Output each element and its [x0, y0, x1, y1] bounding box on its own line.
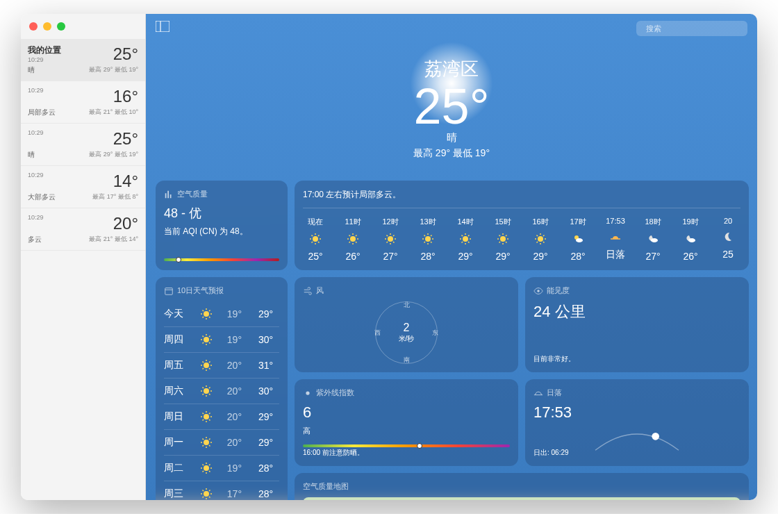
location-item[interactable]: 10:2925°晴最高 29° 最低 19°	[21, 124, 145, 166]
daily-row[interactable]: 周日20°29°	[164, 404, 279, 430]
svg-point-73	[651, 238, 658, 242]
loc-time: 10:29	[28, 56, 61, 63]
hour-label: 现在	[308, 217, 323, 227]
search-field[interactable]	[636, 21, 747, 36]
daily-list: 今天19°29°周四19°30°周五20°31°周六20°30°周日20°29°…	[164, 301, 279, 500]
hour-label: 18时	[645, 217, 661, 227]
uv-value: 6	[303, 404, 510, 422]
minimize-button[interactable]	[43, 22, 51, 31]
day-name: 今天	[164, 308, 192, 320]
search-input[interactable]	[646, 24, 742, 33]
hour-temp: 29°	[458, 251, 472, 262]
location-item[interactable]: 10:2916°局部多云最高 21° 最低 10°	[21, 81, 145, 124]
hour-label: 11时	[345, 217, 361, 227]
hourly-item: 14时29°	[453, 217, 478, 262]
svg-line-60	[506, 235, 507, 237]
visibility-card[interactable]: 能见度 24 公里 目前非常好。	[525, 277, 749, 372]
sidebar-toggle-icon[interactable]	[156, 21, 169, 32]
uv-title: 紫外线指数	[316, 388, 354, 398]
location-item[interactable]: 我的位置10:2925°晴最高 29° 最低 19°	[21, 39, 145, 81]
daily-row[interactable]: 周一20°29°	[164, 430, 279, 456]
weather-icon	[200, 462, 213, 474]
aqi-scale-bar	[164, 258, 279, 261]
day-high: 29°	[258, 308, 279, 319]
svg-point-52	[500, 236, 506, 242]
aqi-value: 48 - 优	[164, 205, 279, 222]
svg-point-34	[425, 236, 431, 242]
svg-line-100	[203, 362, 204, 363]
weather-icon	[347, 233, 359, 245]
loc-temp: 20°	[113, 214, 138, 233]
day-high: 29°	[258, 411, 279, 422]
svg-line-69	[543, 235, 545, 237]
svg-line-68	[537, 242, 538, 243]
svg-point-122	[204, 440, 209, 445]
svg-point-113	[204, 414, 209, 419]
svg-line-129	[203, 445, 204, 447]
svg-line-21	[349, 235, 351, 237]
daily-row[interactable]: 周六20°30°	[164, 379, 279, 404]
hour-temp: 25°	[308, 251, 322, 262]
weather-icon	[722, 231, 734, 243]
weather-icon	[200, 436, 213, 449]
day-high: 29°	[258, 437, 279, 448]
close-button[interactable]	[29, 22, 38, 31]
hourly-list[interactable]: 现在25°11时26°12时27°13时28°14时29°15时29°16时29…	[303, 217, 740, 262]
daily-row[interactable]: 周四19°30°	[164, 327, 279, 353]
wind-card[interactable]: 风 北 南 东 西 2米/秒	[295, 277, 518, 372]
svg-line-137	[209, 471, 210, 472]
aqi-card[interactable]: 空气质量 48 - 优 当前 AQI (CN) 为 48。	[156, 181, 288, 270]
svg-line-14	[312, 242, 313, 243]
svg-line-15	[318, 235, 320, 237]
hourly-item: 16时29°	[528, 217, 553, 262]
daily-row[interactable]: 周五20°31°	[164, 353, 279, 379]
aqi-map-card[interactable]: 空气质量地图 天河区 佛山 48 我的位置	[295, 473, 749, 500]
weather-icon	[609, 231, 622, 243]
uv-card[interactable]: 紫外线指数 6 高 16:00 前注意防晒。	[295, 379, 518, 466]
day-low: 19°	[221, 463, 242, 474]
svg-line-92	[209, 342, 210, 344]
loc-time: 10:29	[28, 87, 44, 94]
loc-condition: 晴	[28, 150, 35, 160]
loc-temp: 14°	[113, 172, 138, 191]
hour-temp: 27°	[645, 251, 660, 262]
sunset-card[interactable]: 日落 17:53 日出: 06:29	[525, 379, 749, 466]
sunset-value: 17:53	[533, 404, 740, 422]
hourly-desc: 17:00 左右预计局部多云。	[303, 189, 740, 208]
svg-line-31	[393, 242, 395, 243]
svg-line-30	[387, 235, 388, 237]
hour-temp: 25	[722, 249, 734, 260]
loc-condition: 晴	[28, 65, 35, 75]
weather-icon	[200, 333, 213, 346]
day-high: 28°	[258, 488, 279, 499]
daily-row[interactable]: 周二19°28°	[164, 456, 279, 481]
svg-line-110	[209, 394, 210, 395]
loc-temp: 25°	[113, 44, 138, 64]
location-item[interactable]: 10:2920°多云最高 21° 最低 14°	[21, 208, 145, 251]
svg-line-128	[209, 445, 210, 447]
aqi-map[interactable]: 天河区 佛山 48 我的位置	[303, 497, 740, 500]
svg-point-71	[576, 238, 583, 242]
weather-icon	[459, 233, 472, 245]
hourly-forecast-card[interactable]: 17:00 左右预计局部多云。 现在25°11时26°12时27°13时28°1…	[295, 181, 749, 270]
location-item[interactable]: 10:2914°大部多云最高 17° 最低 8°	[21, 166, 145, 208]
daily-row[interactable]: 周三17°28°	[164, 481, 279, 500]
hourly-item: 17:53日落	[603, 217, 628, 262]
daily-row[interactable]: 今天19°29°	[164, 301, 279, 327]
day-name: 周六	[164, 385, 192, 397]
weather-icon	[200, 385, 213, 397]
current-temp: 25°	[146, 81, 757, 131]
weather-icon	[422, 233, 434, 245]
hour-label: 13时	[420, 217, 436, 227]
svg-line-136	[203, 465, 204, 466]
hourly-item: 11时26°	[340, 217, 365, 262]
maximize-button[interactable]	[57, 22, 65, 31]
loc-hilo: 最高 17° 最低 8°	[92, 192, 138, 202]
hour-temp: 日落	[606, 249, 625, 261]
loc-hilo: 最高 29° 最低 19°	[89, 65, 138, 75]
svg-line-48	[462, 235, 463, 237]
day-name: 周一	[164, 436, 192, 449]
daily-forecast-card[interactable]: 10日天气预报 今天19°29°周四19°30°周五20°31°周六20°30°…	[156, 277, 288, 500]
day-low: 20°	[221, 360, 242, 371]
sidebar: 我的位置10:2925°晴最高 29° 最低 19°10:2916°局部多云最高…	[21, 14, 146, 500]
